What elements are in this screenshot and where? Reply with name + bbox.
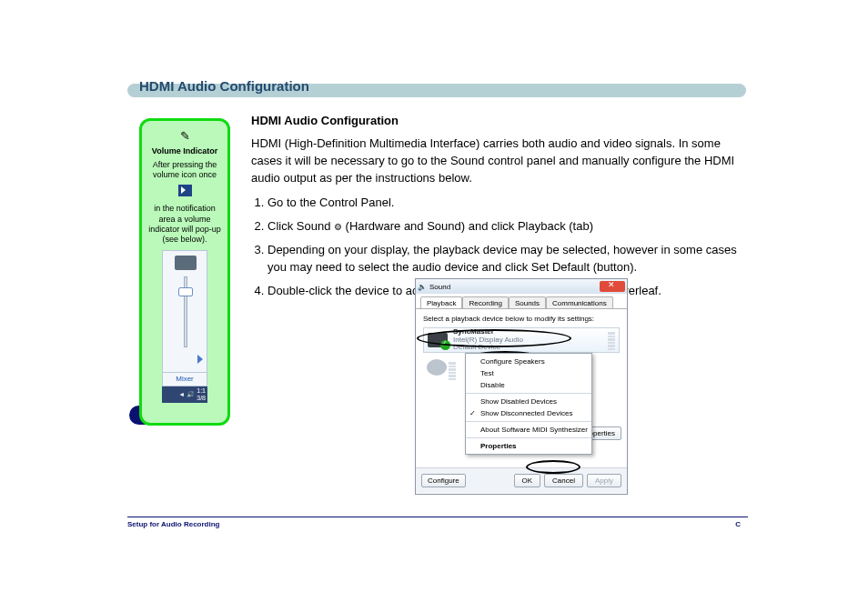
footer-right: C: [735, 520, 741, 528]
footer-left: Setup for Audio Recording: [127, 520, 219, 528]
footer-divider: [127, 517, 748, 517]
mixer-link[interactable]: Mixer: [163, 372, 207, 384]
dialog-title: Sound: [429, 283, 450, 291]
check-icon: ✓: [469, 409, 476, 417]
menu-about-midi[interactable]: About Software MIDI Synthesizer: [466, 421, 591, 436]
dialog-footer: Configure OK Cancel Apply: [416, 467, 627, 493]
apply-button[interactable]: Apply: [587, 474, 621, 487]
default-check-icon: [440, 340, 450, 350]
tab-sounds[interactable]: Sounds: [509, 296, 546, 308]
taskbar-clock: ◄ 🔊 1:13/8: [162, 386, 207, 403]
volume-note-p1: After pressing the volume icon once: [147, 160, 222, 181]
gear-icon: ⚙: [334, 221, 342, 235]
dialog-instruction: Select a playback device below to modify…: [423, 315, 620, 323]
monitor-icon: [428, 333, 448, 347]
level-meter: [608, 332, 615, 350]
tab-strip: Playback Recording Sounds Communications: [416, 294, 627, 309]
close-button[interactable]: [600, 281, 625, 292]
pencil-icon: ✎: [180, 129, 190, 144]
menu-show-disabled[interactable]: Show Disabled Devices: [466, 393, 591, 407]
tab-recording[interactable]: Recording: [462, 296, 508, 308]
menu-show-disconnected[interactable]: ✓Show Disconnected Devices: [466, 407, 591, 419]
configure-button[interactable]: Configure: [421, 474, 466, 487]
context-menu: Configure Speakers Test Disable Show Dis…: [465, 353, 592, 455]
step-2: Click Sound ⚙ (Hardware and Sound) and c…: [267, 218, 742, 236]
speaker-icon[interactable]: [193, 355, 202, 364]
speaker-device-icon: [427, 359, 447, 376]
volume-mixer-popup: Mixer: [162, 250, 207, 386]
ok-button[interactable]: OK: [514, 474, 541, 487]
level-meter: [449, 362, 456, 380]
volume-note-heading: Volume Indicator: [147, 146, 222, 156]
dialog-titlebar[interactable]: 🔈Sound: [416, 279, 627, 294]
playback-device-1[interactable]: SyncMaster Intel(R) Display Audio Defaul…: [423, 327, 620, 353]
menu-test[interactable]: Test: [466, 367, 591, 379]
step-1: Go to the Control Panel.: [267, 195, 742, 212]
page-header: HDMI Audio Configuration: [139, 78, 309, 94]
device-sub2: Default Device: [453, 344, 523, 352]
section-heading: HDMI Audio Configuration: [251, 113, 742, 130]
volume-note-p2: in the notification area a volume indica…: [147, 204, 222, 245]
tab-playback[interactable]: Playback: [420, 296, 462, 308]
volume-tray-icon[interactable]: [178, 185, 192, 196]
tab-communications[interactable]: Communications: [546, 296, 613, 308]
cancel-button[interactable]: Cancel: [544, 474, 583, 487]
menu-properties[interactable]: Properties: [466, 437, 591, 452]
menu-disable[interactable]: Disable: [466, 379, 591, 391]
body-text: HDMI Audio Configuration HDMI (High-Defi…: [251, 113, 742, 306]
device-icon: [175, 256, 197, 270]
volume-slider-thumb[interactable]: [178, 287, 193, 296]
sound-dialog: 🔈Sound Playback Recording Sounds Communi…: [415, 278, 628, 495]
intro-paragraph: HDMI (High-Definition Multimedia Interfa…: [251, 135, 742, 187]
dialog-body: Select a playback device below to modify…: [416, 309, 627, 467]
step-3: Depending on your display, the playback …: [267, 242, 742, 276]
menu-configure-speakers[interactable]: Configure Speakers: [466, 356, 591, 367]
volume-note-box: ✎ Volume Indicator After pressing the vo…: [139, 118, 230, 426]
sound-titlebar-icon: 🔈: [418, 283, 427, 291]
